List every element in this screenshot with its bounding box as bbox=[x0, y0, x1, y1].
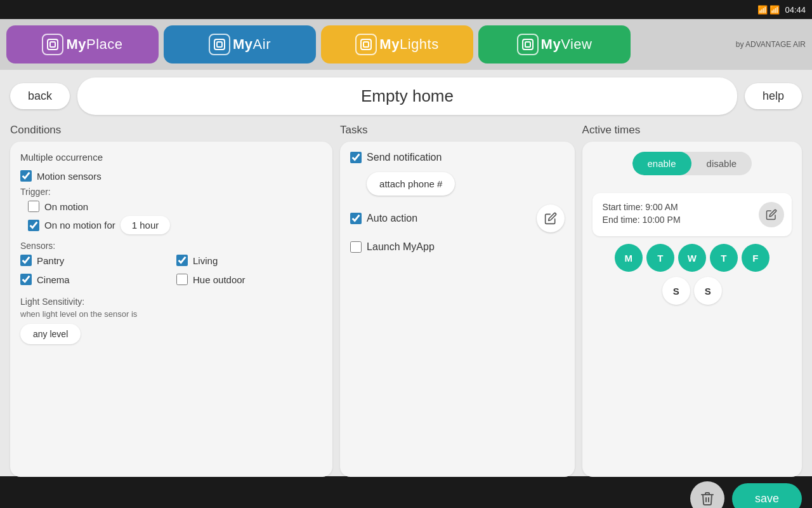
on-motion-checkbox[interactable] bbox=[28, 201, 39, 212]
tasks-column: Tasks Send notification attach phone # A… bbox=[340, 124, 575, 477]
multiple-occurrence-title: Multiple occurrence bbox=[20, 152, 322, 163]
living-sensor-row[interactable]: Living bbox=[176, 255, 322, 266]
brand-label: by ADVANTAGE AIR bbox=[736, 40, 806, 49]
living-label: Living bbox=[193, 255, 218, 266]
weekend-row: S S bbox=[593, 277, 792, 305]
status-icons: 📶 📶 bbox=[757, 5, 780, 15]
auto-action-checkbox[interactable] bbox=[350, 213, 362, 224]
auto-action-edit-button[interactable] bbox=[537, 204, 565, 232]
conditions-panel: Multiple occurrence Motion sensors Trigg… bbox=[10, 142, 332, 477]
myview-icon bbox=[517, 34, 539, 55]
time-range-box: Start time: 9:00 AM End time: 10:00 PM bbox=[593, 193, 792, 236]
columns-layout: Conditions Multiple occurrence Motion se… bbox=[10, 124, 802, 477]
send-notification-row: Send notification bbox=[350, 152, 565, 163]
on-motion-label: On motion bbox=[44, 201, 88, 212]
tab-myair[interactable]: MyAir bbox=[164, 25, 316, 64]
svg-rect-4 bbox=[361, 39, 371, 50]
page-title: Empty home bbox=[77, 77, 737, 115]
light-sensitivity-desc: when light level on the sensor is bbox=[20, 309, 322, 319]
delete-button[interactable] bbox=[690, 481, 724, 508]
tab-myplace[interactable]: MyPlace bbox=[6, 25, 159, 64]
launch-myapp-label: Launch MyApp bbox=[367, 241, 435, 253]
pantry-label: Pantry bbox=[37, 255, 64, 266]
main-area: back Empty home help Conditions Multiple… bbox=[0, 70, 812, 476]
myair-icon bbox=[209, 34, 230, 55]
any-level-badge[interactable]: any level bbox=[20, 324, 81, 344]
auto-action-row: Auto action bbox=[350, 204, 565, 232]
svg-rect-0 bbox=[48, 39, 58, 50]
mylights-icon bbox=[355, 34, 377, 55]
bottom-actions: save bbox=[0, 476, 812, 508]
active-times-column: Active times enable disable Start time: … bbox=[582, 124, 802, 477]
trash-icon bbox=[700, 491, 715, 506]
send-notification-label: Send notification bbox=[367, 152, 442, 163]
day-monday[interactable]: M bbox=[615, 244, 643, 272]
motion-sensors-row[interactable]: Motion sensors bbox=[20, 170, 322, 182]
sensors-grid: Pantry Living Cinema Hue outdoor bbox=[20, 255, 322, 290]
cinema-label: Cinema bbox=[37, 274, 70, 285]
pantry-checkbox[interactable] bbox=[20, 255, 32, 266]
svg-rect-7 bbox=[525, 42, 530, 47]
auto-action-label: Auto action bbox=[367, 213, 417, 224]
on-motion-option: On motion bbox=[28, 201, 322, 212]
day-saturday[interactable]: S bbox=[662, 277, 690, 305]
motion-sensors-checkbox[interactable] bbox=[20, 170, 32, 182]
hour-badge[interactable]: 1 hour bbox=[121, 216, 171, 234]
back-button[interactable]: back bbox=[10, 83, 70, 109]
day-tuesday[interactable]: T bbox=[646, 244, 674, 272]
hue-outdoor-checkbox[interactable] bbox=[176, 274, 188, 285]
active-times-label: Active times bbox=[582, 124, 802, 137]
on-no-motion-label: On no motion for bbox=[44, 220, 115, 231]
hue-outdoor-label: Hue outdoor bbox=[193, 274, 246, 285]
sensors-label: Sensors: bbox=[20, 241, 322, 251]
svg-rect-2 bbox=[214, 39, 225, 50]
day-friday[interactable]: F bbox=[742, 244, 769, 272]
active-times-panel: enable disable Start time: 9:00 AM End t… bbox=[582, 142, 802, 477]
svg-rect-3 bbox=[217, 42, 222, 47]
save-button[interactable]: save bbox=[732, 483, 802, 509]
time-edit-button[interactable] bbox=[759, 202, 784, 227]
weekdays-row: M T W T F bbox=[593, 244, 792, 272]
tab-mylights-label: MyLights bbox=[379, 36, 438, 53]
tasks-label: Tasks bbox=[340, 124, 575, 137]
send-notification-checkbox[interactable] bbox=[350, 152, 362, 163]
top-nav: MyPlace MyAir MyLights MyView by ADVANT bbox=[0, 19, 812, 70]
on-no-motion-checkbox[interactable] bbox=[28, 220, 39, 231]
tab-myview[interactable]: MyView bbox=[478, 25, 631, 64]
tasks-panel: Send notification attach phone # Auto ac… bbox=[340, 142, 575, 477]
cinema-sensor-row[interactable]: Cinema bbox=[20, 274, 166, 285]
svg-rect-5 bbox=[363, 42, 369, 47]
day-thursday[interactable]: T bbox=[710, 244, 738, 272]
svg-rect-6 bbox=[523, 39, 533, 50]
status-time: 04:44 bbox=[785, 5, 806, 15]
trigger-label: Trigger: bbox=[20, 187, 322, 197]
svg-rect-1 bbox=[50, 42, 55, 47]
day-sunday[interactable]: S bbox=[694, 277, 722, 305]
myplace-icon bbox=[42, 34, 63, 55]
start-time-text: Start time: 9:00 AM bbox=[603, 202, 782, 212]
launch-myapp-checkbox[interactable] bbox=[350, 241, 362, 253]
end-time-text: End time: 10:00 PM bbox=[603, 215, 782, 225]
tab-myview-label: MyView bbox=[541, 36, 593, 53]
cinema-checkbox[interactable] bbox=[20, 274, 32, 285]
motion-sensors-label: Motion sensors bbox=[37, 171, 102, 182]
status-bar: 📶 📶 04:44 bbox=[0, 0, 812, 19]
help-button[interactable]: help bbox=[745, 83, 802, 109]
pantry-sensor-row[interactable]: Pantry bbox=[20, 255, 166, 266]
enable-disable-toggle: enable disable bbox=[632, 152, 752, 175]
living-checkbox[interactable] bbox=[176, 255, 188, 266]
attach-phone-button[interactable]: attach phone # bbox=[367, 172, 455, 196]
conditions-label: Conditions bbox=[10, 124, 332, 137]
header-row: back Empty home help bbox=[10, 77, 802, 115]
day-wednesday[interactable]: W bbox=[678, 244, 706, 272]
conditions-column: Conditions Multiple occurrence Motion se… bbox=[10, 124, 332, 477]
tab-myair-label: MyAir bbox=[233, 36, 271, 53]
light-sensitivity-label: Light Sensitivity: bbox=[20, 297, 322, 307]
disable-button[interactable]: disable bbox=[691, 152, 752, 175]
launch-myapp-row: Launch MyApp bbox=[350, 241, 565, 253]
hue-outdoor-sensor-row[interactable]: Hue outdoor bbox=[176, 274, 322, 285]
enable-button[interactable]: enable bbox=[632, 152, 691, 175]
on-no-motion-option: On no motion for 1 hour bbox=[28, 216, 322, 234]
tab-myplace-label: MyPlace bbox=[66, 36, 122, 53]
tab-mylights[interactable]: MyLights bbox=[321, 25, 473, 64]
